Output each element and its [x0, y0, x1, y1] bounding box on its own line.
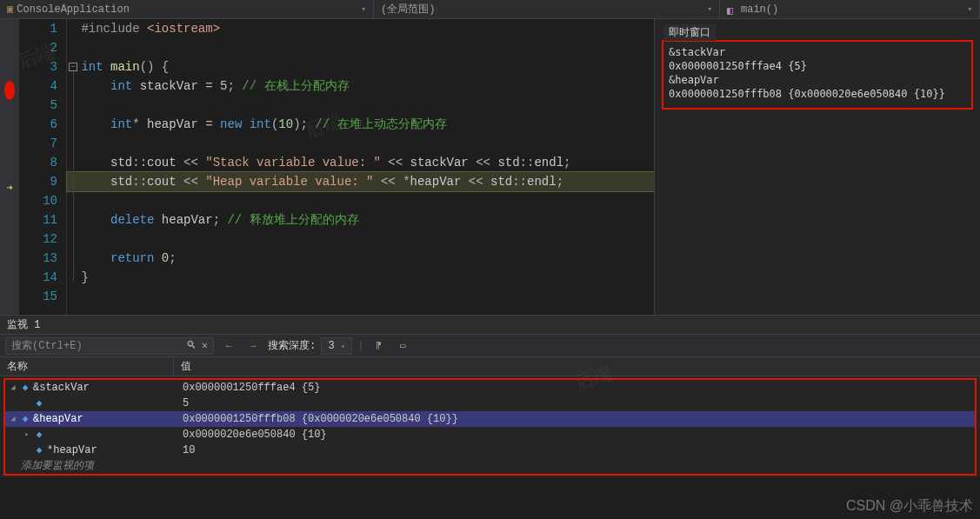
- watch-var-value: 5: [176, 396, 975, 411]
- expander-icon[interactable]: ◢: [9, 380, 17, 396]
- clear-icon[interactable]: ✕: [202, 339, 208, 352]
- code-line[interactable]: int* heapVar = new int(10); // 在堆上动态分配内存: [67, 115, 654, 134]
- breakpoint-margin[interactable]: ➜: [0, 19, 19, 315]
- watch-row[interactable]: ◢◆&stackVar0x0000001250fffae4 {5}: [5, 380, 975, 396]
- code-line[interactable]: }: [67, 268, 654, 287]
- chevron-down-icon: ▾: [968, 4, 972, 14]
- fold-toggle[interactable]: −: [69, 63, 77, 71]
- scope-label: (全局范围): [381, 2, 435, 17]
- code-line[interactable]: [67, 287, 654, 306]
- watch-rows: ◢◆&stackVar0x0000001250fffae4 {5}◆5◢◆&he…: [3, 378, 977, 476]
- variable-icon: ◆: [33, 397, 45, 409]
- code-editor[interactable]: ➜ 123456789101112131415 #include <iostre…: [0, 19, 654, 315]
- code-line[interactable]: [67, 96, 654, 115]
- code-line[interactable]: [67, 191, 654, 210]
- line-numbers: 123456789101112131415: [19, 19, 66, 315]
- code-line[interactable]: return 0;: [67, 249, 654, 268]
- toggle-button-1[interactable]: ⁋: [369, 337, 388, 355]
- code-line[interactable]: int main() {: [67, 57, 654, 77]
- toggle-button-2[interactable]: ▭: [393, 337, 412, 355]
- cube-icon: ◧: [727, 4, 737, 15]
- immediate-window[interactable]: 即时窗口 &stackVar0x0000001250fffae4 {5}&hea…: [654, 19, 980, 315]
- watch-panel: 监视 1 搜索(Ctrl+E) 🔍︎ ✕ ← → 搜索深度: 3 ▾ | ⁋ ▭…: [0, 315, 980, 477]
- code-line[interactable]: int stackVar = 5; // 在栈上分配内存: [67, 77, 654, 96]
- execution-arrow-icon: ➜: [0, 179, 19, 198]
- code-line[interactable]: std::cout << "Stack variable value: " <<…: [67, 153, 654, 172]
- nav-prev-button[interactable]: ←: [219, 337, 238, 355]
- struct-icon: ▣: [7, 3, 13, 16]
- chevron-down-icon: ▾: [362, 4, 366, 14]
- code-line[interactable]: [67, 134, 654, 153]
- search-input[interactable]: 搜索(Ctrl+E) 🔍︎ ✕: [5, 337, 214, 355]
- watch-var-value: 0x0000020e6e050840 {10}: [176, 427, 975, 442]
- watch-var-value: 10: [176, 442, 975, 458]
- code-line[interactable]: delete heapVar; // 释放堆上分配的内存: [67, 210, 654, 230]
- function-name: main(): [741, 3, 778, 16]
- watch-row[interactable]: ◆5: [5, 396, 975, 411]
- col-value[interactable]: 值: [174, 357, 980, 376]
- watch-var-name: &stackVar: [33, 380, 90, 396]
- watch-row[interactable]: ◢◆&heapVar0x0000001250fffb08 {0x0000020e…: [5, 411, 975, 427]
- watch-var-name: &heapVar: [33, 411, 83, 427]
- breakpoint-dot[interactable]: [4, 81, 15, 100]
- code-line[interactable]: [67, 38, 654, 57]
- watch-columns: 名称 值: [0, 357, 980, 376]
- project-dropdown[interactable]: ▣ ConsoleApplication ▾: [0, 0, 374, 18]
- chevron-down-icon: ▾: [708, 4, 712, 14]
- expander-icon[interactable]: ◢: [9, 411, 17, 427]
- immediate-content: &stackVar0x0000001250fffae4 {5}&heapVar0…: [662, 40, 973, 110]
- watch-var-value: 0x0000001250fffb08 {0x0000020e6e050840 {…: [176, 411, 975, 427]
- add-watch-item[interactable]: 添加要监视的项: [5, 458, 975, 474]
- watermark: CSDN @小乖兽技术: [846, 497, 973, 516]
- immediate-line: &stackVar: [669, 45, 966, 59]
- nav-next-button[interactable]: →: [243, 337, 263, 355]
- scope-dropdown[interactable]: (全局范围) ▾: [374, 0, 720, 18]
- watch-tab[interactable]: 监视 1: [0, 316, 980, 335]
- watch-row[interactable]: ◆*heapVar10: [5, 442, 975, 458]
- depth-label: 搜索深度:: [268, 338, 316, 353]
- project-name: ConsoleApplication: [17, 3, 130, 16]
- variable-icon: ◆: [33, 444, 45, 456]
- expander-icon[interactable]: ▸: [23, 427, 31, 442]
- immediate-title: 即时窗口: [663, 24, 716, 41]
- immediate-line: 0x0000001250fffae4 {5}: [669, 59, 966, 73]
- search-placeholder: 搜索(Ctrl+E): [11, 338, 83, 353]
- code-line[interactable]: #include <iostream>: [67, 19, 654, 38]
- watch-var-value: 0x0000001250fffae4 {5}: [176, 380, 975, 396]
- main-area: ➜ 123456789101112131415 #include <iostre…: [0, 19, 980, 315]
- code-line[interactable]: [67, 230, 654, 249]
- col-name[interactable]: 名称: [0, 357, 174, 376]
- depth-selector[interactable]: 3 ▾: [321, 337, 352, 355]
- watch-var-name: *heapVar: [47, 442, 97, 458]
- code-line[interactable]: std::cout << "Heap variable value: " << …: [67, 172, 654, 191]
- immediate-line: &heapVar: [669, 73, 966, 87]
- variable-icon: ◆: [33, 429, 45, 441]
- watch-row[interactable]: ▸◆0x0000020e6e050840 {10}: [5, 427, 975, 442]
- search-icon: 🔍︎: [186, 339, 197, 352]
- context-bar: ▣ ConsoleApplication ▾ (全局范围) ▾ ◧ main()…: [0, 0, 980, 19]
- function-dropdown[interactable]: ◧ main() ▾: [720, 0, 980, 18]
- variable-icon: ◆: [19, 382, 31, 394]
- watch-toolbar: 搜索(Ctrl+E) 🔍︎ ✕ ← → 搜索深度: 3 ▾ | ⁋ ▭: [0, 335, 980, 357]
- immediate-line: 0x0000001250fffb08 {0x0000020e6e050840 {…: [669, 87, 966, 101]
- variable-icon: ◆: [19, 413, 31, 425]
